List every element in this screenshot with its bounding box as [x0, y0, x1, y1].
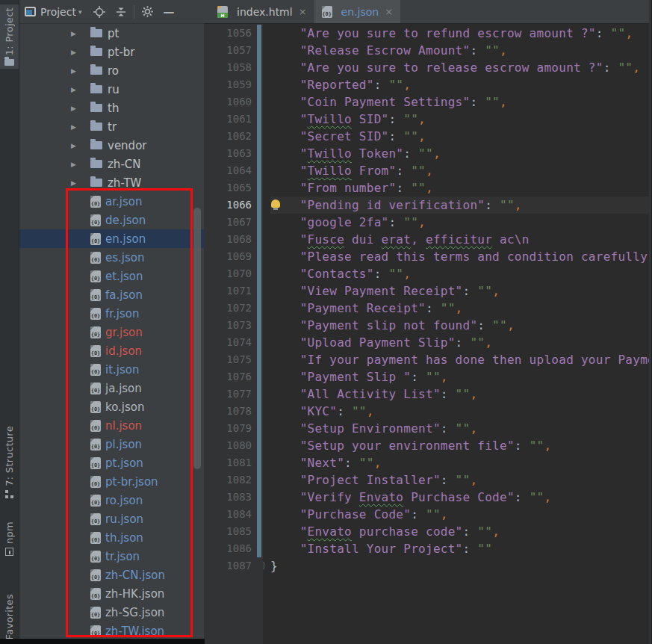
tree-file-nl-json[interactable]: nl.json — [19, 416, 204, 435]
chevron-right-icon[interactable]: ▶ — [69, 179, 90, 187]
close-icon[interactable]: × — [299, 6, 307, 17]
code-line-1059[interactable]: "Reported": "", — [270, 76, 652, 93]
tab-en-json[interactable]: en.json× — [314, 0, 400, 23]
tool-window-button-favorites[interactable]: Favorites — [0, 560, 19, 643]
tree-file-it-json[interactable]: it.json — [19, 360, 204, 379]
line-number: 1062 — [204, 128, 263, 145]
code-line-1075[interactable]: "If your payment has done then upload yo… — [270, 351, 652, 368]
locate-icon[interactable] — [93, 6, 105, 18]
code-line-1082[interactable]: "Project Installer": "", — [270, 471, 652, 489]
chevron-right-icon[interactable]: ▶ — [69, 142, 90, 149]
code-line-1084[interactable]: "Purchase Code": "", — [270, 506, 652, 523]
code-line-1074[interactable]: "Upload Payment Slip": "", — [270, 334, 652, 351]
tool-window-button-npm[interactable]: npm — [0, 511, 19, 559]
tree-file-fr-json[interactable]: fr.json — [19, 304, 204, 323]
code-line-1078[interactable]: "KYC": "", — [270, 403, 652, 420]
close-icon[interactable]: × — [385, 6, 393, 17]
tree-scrollbar[interactable] — [193, 208, 201, 469]
tree-file-id-json[interactable]: id.json — [19, 341, 204, 360]
code-line-1057[interactable]: "Release Escrow Amount": "", — [270, 42, 652, 59]
chevron-right-icon[interactable]: ▶ — [69, 161, 90, 168]
tree-file-ko-json[interactable]: ko.json — [19, 397, 204, 416]
code-line-1087[interactable]: } — [270, 557, 652, 575]
code-line-1079[interactable]: "Setup Environment": "", — [270, 420, 652, 437]
tree-folder-vendor[interactable]: ▶vendor — [19, 136, 204, 155]
tree-item-label: tr — [108, 120, 117, 134]
tree-file-tr-json[interactable]: tr.json — [19, 547, 204, 566]
chevron-down-icon[interactable]: ▾ — [78, 8, 82, 16]
tree-file-fa-json[interactable]: fa.json — [19, 285, 204, 304]
code-line-1071[interactable]: "View Payment Receipt": "", — [270, 282, 652, 300]
hide-panel-icon[interactable]: — — [163, 8, 174, 16]
tree-file-ru-json[interactable]: ru.json — [19, 510, 204, 528]
tree-file-pl-json[interactable]: pl.json — [19, 435, 204, 453]
chevron-right-icon[interactable]: ▶ — [69, 30, 90, 37]
intention-bulb-icon[interactable] — [271, 199, 280, 208]
code-line-1068[interactable]: "Fusce dui erat, efficitur ac\n — [270, 231, 652, 248]
code-line-1083[interactable]: "Verify Envato Purchase Code": "", — [270, 489, 652, 506]
tree-folder-pt-br[interactable]: ▶pt-br — [19, 43, 204, 61]
project-panel-title[interactable]: Project — [40, 6, 76, 18]
code-line-1069[interactable]: "Please read this terms and condition ca… — [270, 248, 652, 265]
tree-folder-ro[interactable]: ▶ro — [19, 61, 204, 80]
tree-file-zh-hk-json[interactable]: zh-HK.json — [19, 584, 204, 603]
code-area[interactable]: "Are you sure to refund escrow amount ?"… — [263, 24, 652, 644]
chevron-right-icon[interactable]: ▶ — [69, 86, 90, 93]
collapse-all-icon[interactable] — [116, 7, 126, 17]
code-line-1061[interactable]: "Twillo SID": "", — [270, 111, 652, 128]
code-line-1065[interactable]: "From number": "", — [270, 179, 652, 196]
tree-folder-zh-tw[interactable]: ▶zh-TW — [19, 173, 204, 192]
code-line-1067[interactable]: "google 2fa": "", — [270, 214, 652, 231]
toolbar-divider — [134, 5, 134, 19]
code-line-1080[interactable]: "Setup your environment file": "", — [270, 437, 652, 454]
code-line-1073[interactable]: "Payment slip not found": "", — [270, 317, 652, 334]
code-line-1066[interactable]: "Pending id verification": "", — [270, 196, 652, 214]
tree-file-en-json[interactable]: en.json — [19, 229, 204, 248]
tree-file-es-json[interactable]: es.json — [19, 248, 204, 267]
code-line-1064[interactable]: "Twillo From": "", — [270, 162, 652, 179]
code-line-1072[interactable]: "Payment Receipt": "", — [270, 300, 652, 317]
chevron-right-icon[interactable]: ▶ — [69, 67, 90, 75]
tool-window-button-7-structure[interactable]: 7: Structure — [0, 426, 19, 496]
code-line-1058[interactable]: "Are you sure to release escrow amount ?… — [270, 59, 652, 76]
tree-file-pt-br-json[interactable]: pt-br.json — [19, 472, 204, 491]
tree-file-zh-cn-json[interactable]: zh-CN.json — [19, 566, 204, 584]
chevron-right-icon[interactable]: ▶ — [69, 123, 90, 131]
tree-folder-th[interactable]: ▶th — [19, 99, 204, 117]
tree-file-zh-tw-json[interactable]: zh-TW.json — [19, 622, 204, 640]
code-line-1070[interactable]: "Contacts": "", — [270, 265, 652, 282]
settings-gear-icon[interactable] — [141, 5, 154, 18]
chevron-right-icon[interactable]: ▶ — [69, 105, 90, 112]
tree-file-ar-json[interactable]: ar.json — [19, 192, 204, 211]
tree-file-de-json[interactable]: de.json — [19, 211, 204, 229]
tree-item-label: pt.json — [105, 456, 143, 470]
tree-file-th-json[interactable]: th.json — [19, 528, 204, 547]
code-line-1081[interactable]: "Next": "", — [270, 454, 652, 471]
code-line-1076[interactable]: "Payment Slip ": "", — [270, 368, 652, 386]
tree-folder-zh-cn[interactable]: ▶zh-CN — [19, 155, 204, 173]
code-line-1062[interactable]: "Secret SID": "", — [270, 128, 652, 145]
tree-folder-pt[interactable]: ▶pt — [19, 24, 204, 43]
tree-file-ja-json[interactable]: ja.json — [19, 379, 204, 397]
code-line-1086[interactable]: "Install Your Project": "" — [270, 540, 652, 557]
tree-folder-ru[interactable]: ▶ru — [19, 80, 204, 99]
editor-gutter[interactable]: 1056105710581059106010611062106310641065… — [204, 24, 263, 644]
chevron-right-icon[interactable]: ▶ — [69, 49, 90, 56]
editor-scrollbar-track[interactable] — [649, 0, 652, 644]
code-line-1060[interactable]: "Coin Payment Settings": "", — [270, 93, 652, 111]
code-line-1063[interactable]: "Twillo Token": "", — [270, 145, 652, 162]
code-line-1085[interactable]: "Envato purchase code": "", — [270, 523, 652, 540]
code-line-1077[interactable]: "All Activity List": "", — [270, 386, 652, 403]
tool-window-label: npm — [4, 521, 15, 544]
tree-file-zh-sg-json[interactable]: zh-SG.json — [19, 603, 204, 622]
structure-icon — [5, 490, 13, 493]
tool-window-button-1-project[interactable]: 1: Project — [0, 4, 19, 69]
tree-folder-tr[interactable]: ▶tr — [19, 117, 204, 136]
fold-marker-icon[interactable] — [263, 562, 264, 569]
code-line-1056[interactable]: "Are you sure to refund escrow amount ?"… — [270, 25, 652, 42]
tree-file-gr-json[interactable]: gr.json — [19, 323, 204, 341]
tree-file-ro-json[interactable]: ro.json — [19, 491, 204, 510]
tree-file-pt-json[interactable]: pt.json — [19, 453, 204, 472]
tree-file-et-json[interactable]: et.json — [19, 267, 204, 285]
tab-index-html[interactable]: index.html× — [210, 0, 314, 23]
